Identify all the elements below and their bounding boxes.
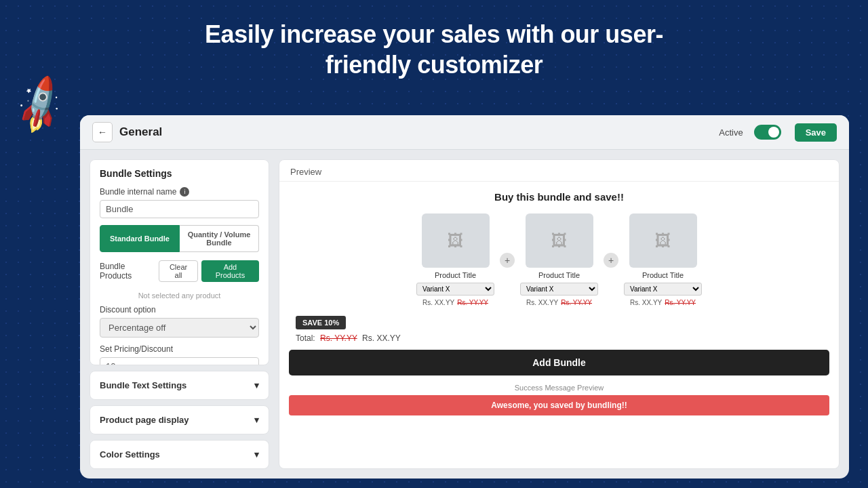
plus-separator-1: +: [500, 253, 515, 268]
bundle-name-input[interactable]: [100, 200, 259, 218]
product-card-1: 🖼 Product Title Variant X Rs. XX.YY Rs. …: [416, 214, 494, 306]
product-card-2: 🖼 Product Title Variant X Rs. XX.YY Rs. …: [520, 214, 598, 306]
product-title-3: Product Title: [642, 271, 684, 279]
preview-body: Buy this bundle and save!! 🖼 Product Tit…: [279, 182, 839, 468]
image-placeholder-icon-1: 🖼: [448, 231, 464, 250]
image-placeholder-icon-2: 🖼: [551, 231, 568, 250]
set-pricing-input[interactable]: [100, 357, 259, 365]
product-title-2: Product Title: [538, 271, 580, 279]
discount-option-select[interactable]: Percentage off: [100, 318, 259, 338]
clear-all-button[interactable]: Clear all: [159, 260, 198, 282]
preview-panel: Preview Buy this bundle and save!! 🖼 Pro…: [279, 159, 840, 469]
variant-select-2[interactable]: Variant X: [520, 283, 598, 296]
bundle-internal-name-label: Bundle internal name i: [100, 187, 259, 197]
product-image-2: 🖼: [526, 214, 593, 268]
bundle-products-header: Bundle Products Clear all Add Products: [100, 260, 259, 282]
bundle-text-settings-toggle[interactable]: Bundle Text Settings ▾: [90, 371, 269, 399]
success-preview-label: Success Message Preview: [289, 384, 829, 392]
color-settings-toggle[interactable]: Color Settings ▾: [90, 441, 269, 468]
active-label: Active: [719, 127, 743, 138]
rocket-decoration: 🚀: [6, 72, 74, 139]
volume-bundle-tab[interactable]: Quantity / Volume Bundle: [180, 225, 259, 252]
chevron-down-icon-2: ▾: [254, 415, 259, 425]
add-products-button[interactable]: Add Products: [201, 260, 259, 282]
bundle-text-settings-section: Bundle Text Settings ▾: [90, 371, 269, 400]
save-badge: SAVE 10%: [296, 316, 346, 329]
page-title: General: [119, 125, 712, 139]
bundle-settings-body: Bundle internal name i Standard Bundle Q…: [90, 187, 269, 365]
image-placeholder-icon-3: 🖼: [655, 231, 671, 250]
total-row: Total: Rs. YY.YY Rs. XX.YY: [296, 333, 401, 343]
main-card: ← General Active Save Bundle Settings Bu…: [80, 115, 849, 479]
variant-select-1[interactable]: Variant X: [416, 283, 494, 296]
chevron-down-icon-3: ▾: [254, 449, 259, 460]
product-title-1: Product Title: [435, 271, 476, 279]
color-settings-section: Color Settings ▾: [90, 440, 269, 469]
info-icon[interactable]: i: [180, 187, 189, 197]
standard-bundle-tab[interactable]: Standard Bundle: [100, 225, 180, 252]
price-row-2: Rs. XX.YY Rs. YY.YY: [526, 299, 592, 306]
set-pricing-label: Set Pricing/Discount: [100, 344, 259, 354]
product-card-3: 🖼 Product Title Variant X Rs. XX.YY Rs. …: [624, 214, 702, 306]
bundle-settings-card: Bundle Settings Bundle internal name i S…: [90, 159, 269, 365]
product-image-3: 🖼: [629, 214, 697, 268]
hero-title: Easily increase your sales with our user…: [0, 0, 868, 80]
back-button[interactable]: ←: [92, 122, 113, 142]
chevron-down-icon: ▾: [254, 380, 259, 390]
left-panel: Bundle Settings Bundle internal name i S…: [90, 159, 269, 469]
bundle-type-group: Standard Bundle Quantity / Volume Bundle: [100, 225, 259, 252]
top-bar: ← General Active Save: [80, 115, 849, 150]
price-row-3: Rs. XX.YY Rs. YY.YY: [630, 299, 696, 306]
content-area: Bundle Settings Bundle internal name i S…: [80, 150, 849, 479]
preview-title: Buy this bundle and save!!: [289, 191, 829, 203]
discount-option-label: Discount option: [100, 305, 259, 314]
save-button[interactable]: Save: [795, 123, 837, 142]
preview-header: Preview: [279, 160, 839, 182]
bundle-products-label: Bundle Products: [100, 262, 159, 281]
no-product-text: Not selected any product: [100, 286, 259, 305]
product-page-display-toggle[interactable]: Product page display ▾: [90, 406, 269, 434]
price-row-1: Rs. XX.YY Rs. YY.YY: [422, 299, 488, 306]
product-image-1: 🖼: [422, 214, 490, 268]
product-page-display-section: Product page display ▾: [90, 405, 269, 434]
product-row: 🖼 Product Title Variant X Rs. XX.YY Rs. …: [289, 214, 829, 306]
bundle-settings-header: Bundle Settings: [90, 160, 269, 187]
variant-select-3[interactable]: Variant X: [624, 283, 702, 296]
success-bar: Awesome, you saved by bundling!!: [289, 395, 829, 415]
plus-separator-2: +: [604, 253, 618, 268]
active-toggle[interactable]: [754, 125, 781, 140]
add-bundle-button[interactable]: Add Bundle: [289, 350, 829, 375]
